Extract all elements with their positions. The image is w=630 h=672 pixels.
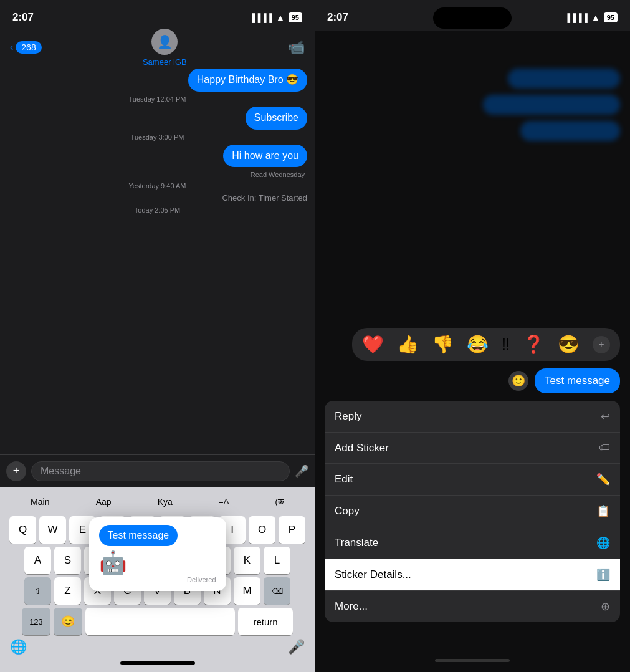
emoji-reaction-bar[interactable]: ❤️ 👍 👎 😂 ‼️ ❓ 😎 + xyxy=(352,328,620,361)
suggestion-special1[interactable]: =A xyxy=(211,494,236,509)
test-message-bubble-left: Test message xyxy=(99,525,178,546)
battery-left: 95 xyxy=(289,12,302,22)
context-area: ❤️ 👍 👎 😂 ‼️ ❓ 😎 + 🙂 Test message Reply ↩ xyxy=(315,328,630,622)
chat-area-left: Happy Birthday Bro 😎 Tuesday 12:04 PM Su… xyxy=(0,64,315,454)
timestamp-1: Tuesday 12:04 PM xyxy=(7,95,307,103)
menu-label-sticker-details: Sticker Details... xyxy=(335,569,411,581)
time-right: 2:07 xyxy=(327,11,348,24)
emoji-heart[interactable]: ❤️ xyxy=(362,334,384,355)
menu-label-edit: Edit xyxy=(335,473,353,486)
key-shift[interactable]: ⇧ xyxy=(24,577,51,605)
test-message-area: 🙂 Test message xyxy=(325,368,620,393)
copy-icon: 📋 xyxy=(596,504,610,518)
suggestion-main[interactable]: Main xyxy=(23,494,57,509)
emoji-more-button[interactable]: + xyxy=(593,336,610,353)
keyboard-suggestions: Main Aap Kya =A (क xyxy=(2,492,312,512)
key-q[interactable]: Q xyxy=(9,516,36,544)
emoji-cool[interactable]: 😎 xyxy=(558,334,580,355)
mic-icon[interactable]: 🎤 xyxy=(288,639,305,655)
key-s[interactable]: S xyxy=(54,547,81,574)
more-icon: ⊕ xyxy=(601,600,610,613)
highlighted-message-card: Test message 🤖 Delivered xyxy=(89,517,226,591)
key-w[interactable]: W xyxy=(39,516,66,544)
chevron-left-icon: ‹ xyxy=(10,42,13,53)
menu-item-copy[interactable]: Copy 📋 xyxy=(325,496,620,527)
translate-icon: 🌐 xyxy=(596,536,610,550)
menu-item-sticker-details[interactable]: Sticker Details... ℹ️ xyxy=(325,559,620,591)
nav-bar-left: ‹ 268 👤 Sameer iGB 📹 xyxy=(0,31,315,64)
key-l[interactable]: L xyxy=(264,547,290,574)
keyboard-bottom-row: 123 😊 return xyxy=(2,608,312,635)
battery-right: 95 xyxy=(604,12,618,22)
message-2: Subscribe xyxy=(7,107,307,130)
suggestion-kya[interactable]: Kya xyxy=(150,494,180,509)
key-o[interactable]: O xyxy=(249,516,275,544)
menu-item-translate[interactable]: Translate 🌐 xyxy=(325,527,620,559)
bubble-2: Subscribe xyxy=(246,107,307,130)
key-k[interactable]: K xyxy=(234,547,260,574)
menu-label-copy: Copy xyxy=(335,505,360,517)
mic-button-input[interactable]: 🎤 xyxy=(295,464,308,478)
reaction-button[interactable]: 🙂 xyxy=(508,371,528,391)
back-badge: 268 xyxy=(16,41,41,54)
back-button[interactable]: ‹ 268 xyxy=(10,41,42,54)
key-123[interactable]: 123 xyxy=(22,608,50,635)
menu-label-add-sticker: Add Sticker xyxy=(335,442,389,454)
signal-icon-right: ▐▐▐▐ xyxy=(565,13,588,22)
menu-label-reply: Reply xyxy=(335,410,361,423)
key-space[interactable] xyxy=(85,608,235,635)
left-panel: 2:07 ▐▐▐▐ ▲ 95 ‹ 268 👤 Sameer iGB 📹 Happ… xyxy=(0,0,315,672)
blurred-background: ❤️ 👍 👎 😂 ‼️ ❓ 😎 + 🙂 Test message Reply ↩ xyxy=(315,31,630,672)
message-input[interactable]: Message xyxy=(31,461,290,481)
context-menu: Reply ↩ Add Sticker 🏷 Edit ✏️ Copy 📋 Tra… xyxy=(325,401,620,622)
suggestion-special2[interactable]: (क xyxy=(268,494,292,509)
delivered-status: Delivered xyxy=(99,576,216,583)
emoji-exclaim[interactable]: ‼️ xyxy=(501,335,510,355)
menu-item-reply[interactable]: Reply ↩ xyxy=(325,401,620,433)
timestamp-3: Yesterday 9:40 AM xyxy=(7,182,307,190)
menu-item-edit[interactable]: Edit ✏️ xyxy=(325,464,620,496)
menu-label-translate: Translate xyxy=(335,537,378,549)
test-message-bubble-right: Test message xyxy=(535,368,620,393)
status-bar-left: 2:07 ▐▐▐▐ ▲ 95 xyxy=(0,0,315,31)
right-panel: 2:07 ▐▐▐▐ ▲ 95 ❤️ 👍 👎 xyxy=(315,0,630,672)
time-left: 2:07 xyxy=(12,11,34,24)
timestamp-2: Tuesday 3:00 PM xyxy=(7,133,307,141)
bubble-1: Happy Birthday Bro 😎 xyxy=(188,69,307,92)
menu-item-more[interactable]: More... ⊕ xyxy=(325,591,620,622)
contact-info[interactable]: 👤 Sameer iGB xyxy=(143,29,187,67)
avatar: 👤 xyxy=(151,29,178,55)
read-status: Read Wednesday xyxy=(7,171,305,178)
status-icons-right: ▐▐▐▐ ▲ 95 xyxy=(565,12,618,22)
input-bar: + Message 🎤 xyxy=(0,454,315,487)
home-indicator-left xyxy=(120,661,195,665)
status-icons-left: ▐▐▐▐ ▲ 95 xyxy=(249,12,302,22)
key-emoji[interactable]: 😊 xyxy=(54,608,82,635)
key-delete[interactable]: ⌫ xyxy=(264,577,290,605)
bubble-3: Hi how are you xyxy=(223,145,307,168)
sticker-icon: 🏷 xyxy=(599,441,610,454)
menu-label-more: More... xyxy=(335,600,368,613)
message-3: Hi how are you xyxy=(7,145,307,168)
key-a[interactable]: A xyxy=(24,547,51,574)
add-attachment-button[interactable]: + xyxy=(6,461,26,481)
menu-item-add-sticker[interactable]: Add Sticker 🏷 xyxy=(325,433,620,464)
emoji-thumbsdown[interactable]: 👎 xyxy=(432,334,454,355)
reply-icon: ↩ xyxy=(601,410,610,423)
suggestion-aap[interactable]: Aap xyxy=(88,494,119,509)
status-bar-right: 2:07 ▐▐▐▐ ▲ 95 xyxy=(315,0,630,31)
emoji-question[interactable]: ❓ xyxy=(523,334,545,355)
sticker-robot: 🤖 xyxy=(99,550,178,576)
key-p[interactable]: P xyxy=(279,516,305,544)
key-z[interactable]: Z xyxy=(54,577,81,605)
key-m[interactable]: M xyxy=(234,577,260,605)
wifi-icon: ▲ xyxy=(276,12,285,22)
signal-icon: ▐▐▐▐ xyxy=(249,13,272,22)
info-icon: ℹ️ xyxy=(596,568,610,582)
emoji-thumbsup[interactable]: 👍 xyxy=(397,334,419,355)
key-return[interactable]: return xyxy=(238,608,293,635)
edit-icon: ✏️ xyxy=(596,473,610,486)
video-call-button[interactable]: 📹 xyxy=(288,39,305,55)
globe-icon[interactable]: 🌐 xyxy=(10,639,27,655)
emoji-haha[interactable]: 😂 xyxy=(467,334,489,355)
